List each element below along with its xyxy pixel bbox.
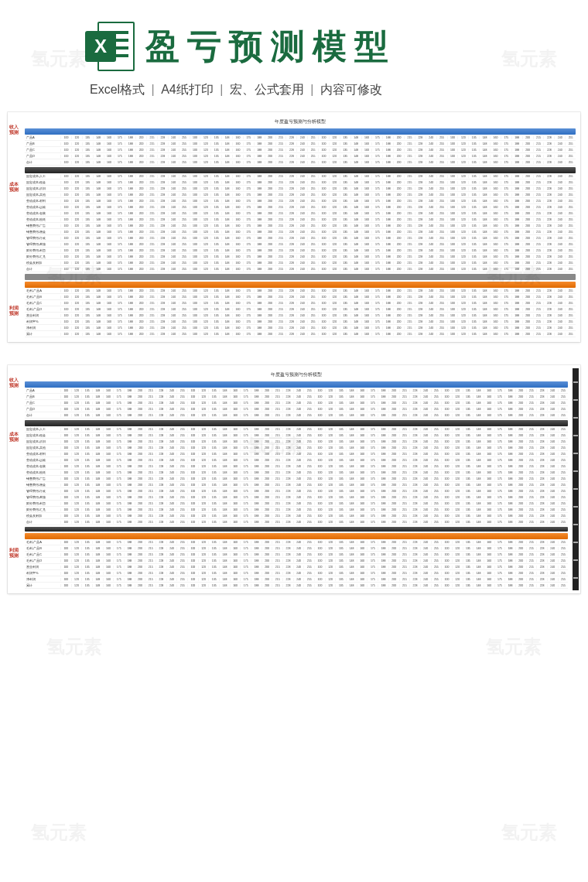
cell: 200	[515, 465, 526, 468]
cell: 135	[81, 521, 92, 524]
cell: 215	[146, 237, 157, 240]
cell: 200	[522, 326, 533, 330]
table-row: 产品D1001201351481601751882002152282402551…	[25, 153, 576, 159]
cell: 200	[265, 262, 275, 265]
cell: 100	[60, 289, 71, 292]
cell: 240	[293, 578, 304, 581]
cell: 135	[81, 414, 92, 417]
cell: 175	[494, 553, 505, 556]
cell: 200	[388, 559, 399, 562]
cell: 228	[543, 224, 554, 227]
cell: 148	[350, 224, 361, 227]
table-row: 产品D1001201351481601751882002152282402551…	[25, 406, 568, 412]
cell: 215	[533, 243, 544, 246]
cell: 255	[176, 502, 187, 505]
cell: 188	[378, 428, 388, 431]
cell: 215	[272, 572, 282, 575]
cell: 215	[404, 136, 415, 139]
cell: 188	[254, 302, 265, 305]
cell: 135	[463, 521, 473, 524]
cell: 200	[515, 572, 526, 575]
row-label: 管理费用-行政	[25, 236, 60, 240]
cell: 215	[146, 136, 157, 139]
cell: 255	[307, 262, 318, 265]
cell: 188	[254, 320, 265, 323]
cell: 240	[554, 149, 565, 152]
cell: 240	[293, 402, 304, 405]
cell: 200	[135, 477, 145, 480]
cell: 188	[504, 389, 515, 392]
cell: 160	[103, 578, 114, 581]
cell: 175	[240, 521, 251, 524]
cell: 255	[565, 302, 576, 305]
cell: 160	[490, 314, 501, 317]
row-cells: 1001201351481601751882002152282402551001…	[60, 521, 568, 524]
cell: 240	[547, 428, 558, 431]
cell: 215	[404, 308, 415, 311]
cell: 135	[468, 302, 479, 305]
cell: 188	[254, 175, 265, 178]
cell: 200	[135, 175, 146, 178]
cell: 148	[219, 414, 230, 417]
cell: 148	[350, 206, 361, 209]
cell: 135	[468, 333, 479, 336]
cell: 215	[399, 502, 410, 505]
cell: 148	[346, 547, 357, 550]
cell: 100	[441, 496, 452, 499]
cell: 100	[318, 320, 329, 323]
cell: 120	[329, 326, 340, 330]
cell: 175	[367, 496, 378, 499]
cell: 100	[314, 395, 325, 398]
vertical-scrollbar[interactable]	[573, 368, 579, 590]
cell: 120	[452, 559, 463, 562]
cell: 120	[71, 161, 82, 164]
cell: 200	[522, 268, 533, 271]
cell: 240	[420, 514, 431, 518]
cell: 160	[104, 212, 115, 215]
row-label: 变动成本-材料	[25, 452, 60, 456]
cell: 175	[501, 308, 511, 311]
cell: 255	[307, 255, 318, 258]
cell: 120	[457, 308, 468, 311]
cell: 120	[452, 514, 463, 518]
cell: 240	[296, 237, 307, 240]
cell: 100	[60, 395, 71, 398]
cell: 188	[254, 212, 265, 215]
cell: 100	[187, 541, 198, 544]
cell: 240	[547, 547, 558, 550]
cell: 188	[124, 490, 135, 493]
cell: 215	[526, 521, 537, 524]
cell: 215	[533, 206, 544, 209]
cell: 175	[367, 465, 378, 468]
cell: 188	[511, 268, 522, 271]
cell: 148	[92, 521, 103, 524]
table-row: 固定成本-人工100120135148160175188200215228240…	[25, 173, 576, 179]
cell: 148	[93, 218, 104, 221]
cell: 240	[296, 200, 307, 203]
cell: 120	[457, 181, 468, 184]
cell: 100	[314, 502, 325, 505]
cell: 188	[511, 255, 522, 258]
cell: 160	[361, 200, 372, 203]
cell: 148	[219, 434, 230, 437]
cell: 148	[473, 477, 484, 480]
cell: 120	[325, 408, 336, 411]
cell: 100	[190, 320, 200, 323]
cell: 215	[526, 514, 537, 518]
cell: 160	[104, 243, 115, 246]
cell: 175	[494, 446, 505, 450]
cell: 215	[275, 155, 286, 158]
cell: 188	[251, 414, 262, 417]
cell: 135	[463, 465, 473, 468]
cell: 135	[81, 465, 92, 468]
cell: 215	[399, 477, 410, 480]
cell: 148	[479, 289, 490, 292]
row-label: 产品A	[25, 388, 60, 392]
cell: 160	[230, 440, 241, 443]
cell: 228	[543, 136, 554, 139]
cell: 255	[303, 389, 314, 392]
cell: 120	[452, 566, 463, 569]
cell: 135	[463, 578, 473, 581]
cell: 240	[554, 218, 565, 221]
cell: 160	[357, 408, 368, 411]
